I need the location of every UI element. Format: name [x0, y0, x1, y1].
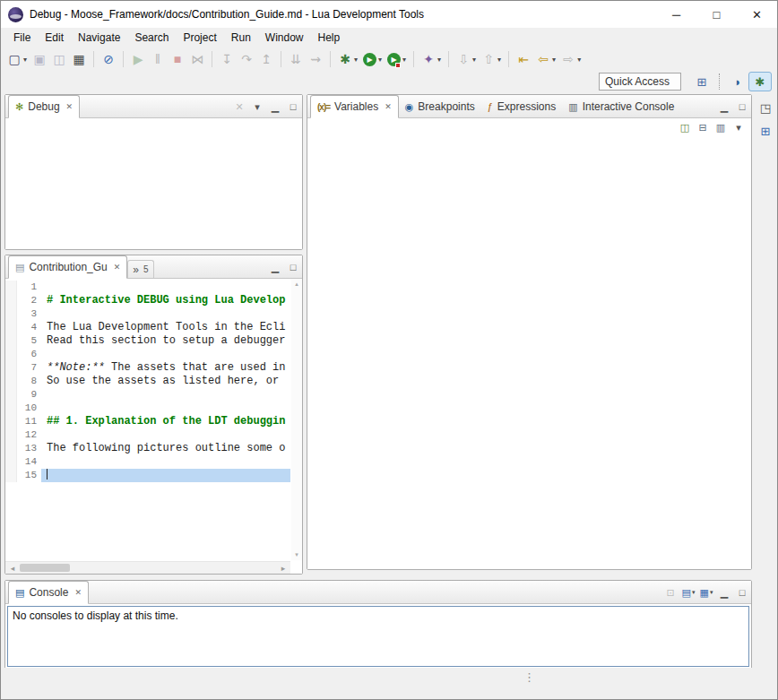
editor-line[interactable]: 2 # Interactive DEBUG using Lua Develop: [5, 294, 290, 307]
annotation-ruler[interactable]: [5, 402, 17, 415]
external-tools-button[interactable]: ✦: [419, 49, 443, 69]
save-all-button[interactable]: ◫: [50, 49, 68, 69]
open-perspective-button[interactable]: ⊞: [690, 72, 713, 91]
ldt-perspective-button[interactable]: ◑: [725, 72, 748, 91]
collapse-all-button[interactable]: ⊟: [695, 118, 711, 136]
debug-button[interactable]: ✱: [336, 49, 359, 69]
use-step-filters-button[interactable]: ⇝: [307, 49, 324, 69]
tab-interactive-console[interactable]: ▥ Interactive Console: [562, 96, 680, 117]
close-tab-icon[interactable]: ✕: [385, 102, 392, 111]
maximize-view-button[interactable]: □: [734, 98, 750, 116]
step-over-button[interactable]: ↷: [238, 49, 255, 69]
line-number[interactable]: 6: [17, 348, 41, 361]
view-menu-icon[interactable]: ▾: [730, 118, 747, 136]
editor-vertical-scrollbar[interactable]: ▴ ▾: [291, 279, 302, 560]
dropdown-arrow-icon[interactable]: [354, 56, 358, 64]
print-button[interactable]: ▦: [70, 49, 88, 69]
line-text[interactable]: [41, 428, 290, 442]
columns-button[interactable]: ▥: [713, 118, 729, 136]
dropdown-arrow-icon[interactable]: [402, 56, 406, 64]
annotation-ruler[interactable]: [5, 348, 17, 361]
menu-item[interactable]: Edit: [38, 28, 71, 48]
line-text[interactable]: [41, 388, 290, 402]
editor-line[interactable]: 12: [5, 428, 290, 442]
tab-breakpoints[interactable]: ◉ Breakpoints: [399, 96, 481, 117]
dropdown-arrow-icon[interactable]: [378, 56, 382, 64]
drop-to-frame-button[interactable]: ⇊: [287, 49, 305, 69]
next-annotation-button[interactable]: ⇩: [454, 49, 478, 69]
editor-line[interactable]: 14: [5, 455, 290, 469]
annotation-ruler[interactable]: [5, 388, 17, 402]
maximize-window-button[interactable]: □: [696, 1, 737, 28]
annotation-ruler[interactable]: [5, 469, 17, 482]
tab-console[interactable]: ▤ Console ✕: [8, 581, 89, 604]
line-number[interactable]: 8: [17, 375, 41, 388]
editor-line[interactable]: 11 ## 1. Explanation of the LDT debuggin: [5, 415, 290, 428]
dropdown-arrow-icon[interactable]: [472, 56, 476, 64]
editor-line[interactable]: 5 Read this section to setup a debugger: [5, 334, 290, 348]
line-number[interactable]: 14: [17, 455, 41, 469]
show-logical-structures-button[interactable]: ◫: [677, 118, 693, 136]
menu-item[interactable]: File: [6, 28, 38, 48]
editor-line[interactable]: 3: [5, 307, 290, 321]
editor-line[interactable]: 7 **Note:** The assets that are used in: [5, 361, 290, 375]
dropdown-arrow-icon[interactable]: [577, 56, 581, 64]
minimize-view-button[interactable]: ▁: [716, 583, 732, 601]
display-selected-console-button[interactable]: ▤: [680, 583, 696, 601]
dropdown-arrow-icon[interactable]: [710, 589, 713, 596]
line-text[interactable]: [41, 402, 290, 415]
dropdown-arrow-icon[interactable]: [23, 56, 27, 64]
scroll-left-icon[interactable]: ◂: [7, 564, 18, 573]
menu-item[interactable]: Project: [176, 28, 223, 48]
tab-debug[interactable]: ✻ Debug ✕: [8, 95, 80, 118]
back-button[interactable]: ⇦: [534, 49, 558, 69]
step-into-button[interactable]: ↧: [218, 49, 236, 69]
annotation-ruler[interactable]: [5, 442, 17, 455]
editor-line[interactable]: 10: [5, 402, 290, 415]
line-text[interactable]: **Note:** The assets that are used in: [41, 361, 290, 375]
line-number[interactable]: 10: [17, 402, 41, 415]
dropdown-arrow-icon[interactable]: [692, 589, 696, 596]
line-text[interactable]: [41, 348, 290, 361]
menu-item[interactable]: Navigate: [71, 28, 127, 48]
annotation-ruler[interactable]: [5, 361, 17, 375]
terminate-button[interactable]: ■: [169, 49, 186, 69]
tab-contribution-guide[interactable]: ▤ Contribution_Gu ✕: [8, 255, 127, 279]
editor-horizontal-scrollbar[interactable]: ◂ ▸: [5, 561, 290, 574]
annotation-ruler[interactable]: [5, 415, 17, 428]
editor-text-area[interactable]: 1 2 # Interactive DEBUG using Lua Develo…: [5, 279, 290, 560]
line-text[interactable]: So use the assets as listed here, or: [41, 375, 290, 388]
line-number[interactable]: 1: [17, 281, 41, 294]
pin-console-button[interactable]: ⊡: [662, 583, 679, 601]
annotation-ruler[interactable]: [5, 428, 17, 442]
line-text[interactable]: # Interactive DEBUG using Lua Develop: [41, 294, 290, 307]
menu-item[interactable]: Search: [127, 28, 176, 48]
editor-line[interactable]: 15: [5, 469, 290, 482]
editor-line[interactable]: 1: [5, 281, 290, 294]
resume-button[interactable]: ▶: [129, 49, 147, 69]
annotation-ruler[interactable]: [5, 321, 17, 334]
line-text[interactable]: [41, 307, 290, 321]
line-text[interactable]: [41, 469, 290, 482]
annotation-ruler[interactable]: [5, 307, 17, 321]
editor-line[interactable]: 4 The Lua Development Tools in the Ecli: [5, 321, 290, 334]
line-number[interactable]: 11: [17, 415, 41, 428]
line-text[interactable]: ## 1. Explanation of the LDT debuggin: [41, 415, 290, 428]
previous-annotation-button[interactable]: ⇧: [480, 49, 503, 69]
close-tab-icon[interactable]: ✕: [114, 263, 121, 272]
line-text[interactable]: The following pictures outline some o: [41, 442, 290, 455]
annotation-ruler[interactable]: [5, 334, 17, 348]
view-menu-icon[interactable]: ▾: [249, 98, 265, 116]
close-tab-icon[interactable]: ✕: [74, 588, 82, 597]
minimize-window-button[interactable]: ─: [656, 1, 696, 28]
quick-access-input[interactable]: Quick Access: [599, 73, 681, 91]
save-button[interactable]: ▣: [30, 49, 48, 69]
scroll-up-icon[interactable]: ▴: [295, 281, 298, 288]
minimize-view-button[interactable]: ▁: [267, 98, 283, 116]
maximize-view-button[interactable]: □: [285, 98, 301, 116]
console-output-area[interactable]: No consoles to display at this time.: [7, 606, 749, 667]
line-number[interactable]: 13: [17, 442, 41, 455]
close-tab-icon[interactable]: ✕: [66, 102, 73, 111]
annotation-ruler[interactable]: [5, 375, 17, 388]
new-button[interactable]: ▢: [5, 49, 29, 69]
